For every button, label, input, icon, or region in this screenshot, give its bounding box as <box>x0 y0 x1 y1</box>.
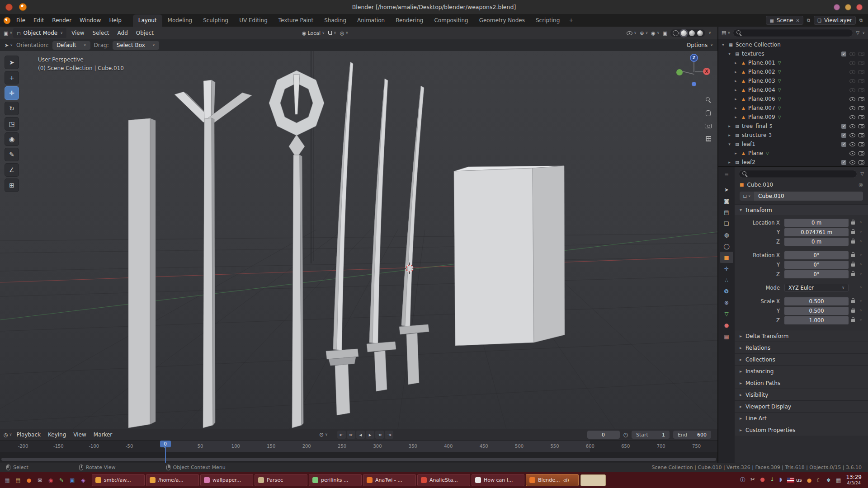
lock-icon[interactable] <box>851 300 855 303</box>
window-button-home-a[interactable]: /home/a... <box>146 474 199 486</box>
timeline-menu-playback[interactable]: Playback <box>13 430 44 439</box>
screenshot-tray-icon[interactable]: ✂ <box>750 476 755 484</box>
transform-orientation-dropdown[interactable]: ◉ Local∨ <box>302 30 325 36</box>
outliner-search-input[interactable] <box>733 29 853 37</box>
disable-in-renders-icon[interactable] <box>859 106 864 110</box>
outliner-row-plane-003[interactable]: ▸▲Plane.003▽ <box>718 76 868 85</box>
orientation-dropdown[interactable]: Default ∨ <box>52 41 90 50</box>
close-button[interactable] <box>856 4 863 10</box>
animate-decorator[interactable]: ◦ <box>858 239 864 244</box>
window-button-blende[interactable]: Blende...◁)) <box>526 474 579 486</box>
mail-launcher[interactable]: ✉ <box>35 476 44 485</box>
select-box-tool[interactable]: ➤ <box>5 56 19 69</box>
properties-tab-texture[interactable]: ▦ <box>720 331 733 342</box>
jump-end-button[interactable]: ⇥ <box>385 431 393 439</box>
hide-in-viewport-icon[interactable] <box>849 124 855 128</box>
expand-icon[interactable]: ▾ <box>726 142 732 146</box>
timeline-menu-view[interactable]: View <box>70 430 90 439</box>
drag-dropdown[interactable]: Select Box ∨ <box>113 41 159 50</box>
rotate-tool[interactable]: ↻ <box>5 102 19 115</box>
properties-tab-object[interactable]: ■ <box>720 252 733 263</box>
ortho-toggle-icon[interactable] <box>706 136 711 141</box>
value-field[interactable]: 0.074761 m <box>784 228 849 236</box>
animate-decorator[interactable]: ◦ <box>858 317 864 323</box>
viewport-menu-object[interactable]: Object <box>132 28 158 38</box>
mode-select[interactable]: XYZ Euler∨ <box>784 284 849 292</box>
outliner-row-structure[interactable]: ▸▤structure3✓ <box>718 131 868 140</box>
hide-in-viewport-icon[interactable] <box>849 88 855 92</box>
viewport-menu-add[interactable]: Add <box>113 28 132 38</box>
collection-checkbox[interactable]: ✓ <box>841 142 846 147</box>
properties-tab-world[interactable]: ◯ <box>720 240 733 252</box>
disable-in-renders-icon[interactable] <box>859 70 864 74</box>
window-button-anatwi[interactable]: AnaTwi - ... <box>363 474 416 486</box>
menu-window[interactable]: Window <box>75 15 105 25</box>
prev-keyframe-button[interactable]: ↞ <box>347 431 355 439</box>
transform-tool[interactable]: ◉ <box>5 132 19 146</box>
window-button-analiesta[interactable]: AnalieSta... <box>417 474 470 486</box>
expand-icon[interactable]: ▸ <box>726 133 732 137</box>
disable-in-renders-icon[interactable] <box>859 142 864 146</box>
outliner-row-plane-001[interactable]: ▸▲Plane.001▽ <box>718 58 868 67</box>
expand-icon[interactable]: ▸ <box>733 61 739 65</box>
keyboard-layout-indicator[interactable]: us <box>787 477 802 483</box>
proportional-edit-toggle[interactable]: ◎∨ <box>340 30 348 36</box>
tab-geometry-nodes[interactable]: Geometry Nodes <box>474 14 530 27</box>
pan-icon[interactable] <box>706 110 711 116</box>
properties-tab-object-data[interactable]: ▽ <box>720 308 733 319</box>
animate-decorator[interactable]: ◦ <box>858 308 864 314</box>
tab-animation[interactable]: Animation <box>352 14 390 27</box>
timeline-ruler[interactable]: -200-150-100-500501001502002503003504004… <box>0 440 717 452</box>
browser-launcher[interactable]: ● <box>24 476 33 485</box>
expand-icon[interactable]: ▾ <box>720 42 726 47</box>
timeline-menu-marker[interactable]: Marker <box>90 430 116 439</box>
tab-texture-paint[interactable]: Texture Paint <box>273 14 319 27</box>
gizmo-minus-z-axis[interactable] <box>692 82 696 86</box>
properties-tab-view-layer[interactable]: ❏ <box>720 218 733 229</box>
shading-rendered[interactable] <box>697 30 703 36</box>
workspaces-tray-icon[interactable]: ▦ <box>836 477 841 483</box>
lock-icon[interactable] <box>851 319 855 322</box>
tab-rendering[interactable]: Rendering <box>390 14 429 27</box>
lock-icon[interactable] <box>851 310 855 313</box>
properties-tab-modifiers[interactable]: ✛ <box>720 263 733 274</box>
timeline-menu-keying[interactable]: Keying <box>44 430 70 439</box>
expand-icon[interactable]: ▸ <box>733 115 739 119</box>
menu-help[interactable]: Help <box>105 15 125 25</box>
viewport-3d-scene[interactable] <box>0 51 717 429</box>
start-frame-field[interactable]: Start 1 <box>632 431 670 439</box>
measure-tool[interactable]: ∠ <box>5 163 19 177</box>
minimize-button[interactable] <box>834 4 840 10</box>
untitled-window-button[interactable] <box>580 474 606 486</box>
outliner-editor-icon[interactable]: ▤∨ <box>722 30 730 36</box>
outliner-row-plane-004[interactable]: ▸▲Plane.004▽ <box>718 85 868 94</box>
timeline-track[interactable] <box>0 452 717 462</box>
properties-tab-physics[interactable]: ❂ <box>720 286 733 297</box>
next-keyframe-button[interactable]: ↠ <box>375 431 384 439</box>
expand-icon[interactable]: ▸ <box>726 160 732 164</box>
properties-search-input[interactable] <box>739 170 857 178</box>
tab-compositing[interactable]: Compositing <box>429 14 473 27</box>
gizmos-dropdown[interactable]: ⊕∨ <box>640 30 648 36</box>
outliner-row-plane-007[interactable]: ▸▲Plane.007▽ <box>718 103 868 113</box>
record-tray-icon[interactable]: ● <box>760 476 764 484</box>
value-field[interactable]: 1.000 <box>784 316 849 324</box>
menu-render[interactable]: Render <box>48 15 75 25</box>
value-field[interactable]: 0.500 <box>784 307 849 315</box>
xray-toggle[interactable]: ▣ <box>663 30 667 36</box>
expand-icon[interactable]: ▸ <box>733 106 739 110</box>
lock-icon[interactable] <box>851 263 855 267</box>
disable-in-renders-icon[interactable] <box>859 52 864 56</box>
animate-decorator[interactable]: ◦ <box>858 220 864 225</box>
snap-toggle[interactable]: ∨ <box>328 31 336 35</box>
lock-icon[interactable] <box>851 231 855 234</box>
expand-icon[interactable]: ▾ <box>726 52 732 56</box>
collection-checkbox[interactable]: ✓ <box>841 160 846 165</box>
value-field[interactable]: 0 m <box>784 238 849 246</box>
jump-start-button[interactable]: ⇤ <box>337 431 346 439</box>
panel-viewport-display[interactable]: ▸Viewport Display <box>735 400 868 412</box>
lock-icon[interactable] <box>851 240 855 244</box>
disable-in-renders-icon[interactable] <box>859 151 864 155</box>
animate-decorator[interactable]: ◦ <box>858 229 864 235</box>
outliner-row-plane[interactable]: ▸▲Plane▽ <box>718 149 868 158</box>
